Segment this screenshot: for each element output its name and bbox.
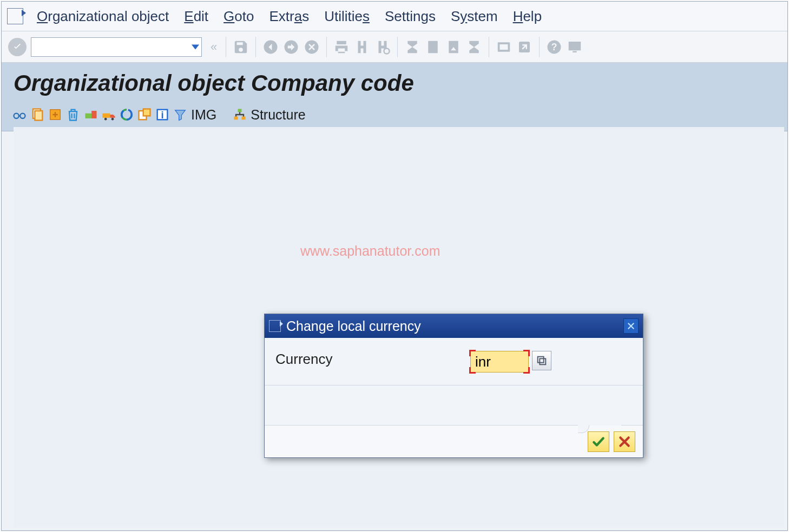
delete-icon[interactable] bbox=[65, 107, 81, 123]
content-area: www.saphanatutor.com Change local curren… bbox=[14, 127, 784, 527]
dialog-title-text: Change local currency bbox=[286, 318, 421, 334]
svg-rect-28 bbox=[242, 117, 246, 120]
svg-rect-16 bbox=[86, 114, 92, 118]
dialog-ok-button[interactable] bbox=[588, 431, 609, 452]
next-page-icon[interactable] bbox=[444, 37, 463, 57]
sap-window: Organizational object Edit Goto Extras U… bbox=[1, 1, 788, 531]
svg-rect-17 bbox=[91, 111, 96, 118]
print-icon[interactable] bbox=[332, 37, 351, 57]
img-button-label[interactable]: IMG bbox=[191, 107, 216, 123]
menu-help-label: elp bbox=[523, 8, 542, 24]
svg-rect-9 bbox=[569, 42, 581, 50]
command-field[interactable] bbox=[31, 37, 202, 57]
menu-goto[interactable]: Goto bbox=[223, 8, 254, 25]
currency-input-wrap bbox=[470, 351, 529, 373]
filter-icon[interactable] bbox=[172, 107, 188, 123]
svg-rect-29 bbox=[538, 357, 544, 363]
menu-goto-label: oto bbox=[234, 8, 254, 24]
svg-point-11 bbox=[14, 114, 19, 118]
help-icon[interactable]: ? bbox=[544, 37, 564, 57]
menu-extras[interactable]: Extras bbox=[269, 8, 309, 25]
enter-button[interactable] bbox=[8, 38, 27, 56]
svg-point-3 bbox=[384, 48, 390, 54]
structure-button-label[interactable]: Structure bbox=[251, 107, 305, 123]
glasses-icon[interactable] bbox=[11, 107, 28, 123]
page-title: Organizational object Company code bbox=[2, 63, 787, 106]
menu-edit-label: dit bbox=[194, 8, 208, 24]
copy-icon[interactable] bbox=[29, 107, 45, 123]
menu-org-object[interactable]: Organizational object bbox=[37, 8, 169, 25]
svg-rect-5 bbox=[500, 44, 508, 50]
title-area: Organizational object Company code i IMG… bbox=[2, 63, 787, 131]
exit-icon[interactable] bbox=[281, 37, 301, 57]
svg-rect-27 bbox=[234, 117, 238, 120]
truck-icon[interactable] bbox=[101, 107, 117, 123]
activate-icon[interactable] bbox=[136, 107, 153, 123]
layout-icon[interactable] bbox=[565, 37, 584, 57]
dropdown-icon[interactable] bbox=[192, 44, 199, 49]
menu-utilities[interactable]: Utilities bbox=[324, 8, 370, 25]
dialog-cancel-button[interactable] bbox=[614, 431, 635, 452]
find-next-icon[interactable] bbox=[373, 37, 392, 57]
refresh-icon[interactable] bbox=[119, 107, 135, 123]
last-page-icon[interactable] bbox=[464, 37, 484, 57]
svg-point-20 bbox=[111, 118, 114, 121]
shortcut-icon[interactable] bbox=[515, 37, 534, 57]
svg-rect-14 bbox=[35, 111, 42, 121]
svg-rect-18 bbox=[102, 114, 110, 118]
svg-rect-23 bbox=[143, 109, 150, 116]
svg-point-19 bbox=[104, 118, 107, 121]
svg-rect-26 bbox=[238, 109, 242, 112]
currency-label: Currency bbox=[275, 351, 470, 368]
f4-help-button[interactable] bbox=[532, 351, 551, 370]
menu-help[interactable]: Help bbox=[513, 8, 542, 25]
cancel-icon[interactable] bbox=[302, 37, 321, 57]
change-currency-dialog: Change local currency Currency bbox=[264, 314, 643, 458]
prev-page-icon[interactable] bbox=[423, 37, 443, 57]
svg-text:?: ? bbox=[551, 42, 557, 52]
dialog-close-button[interactable] bbox=[623, 318, 639, 334]
watermark-text: www.saphanatutor.com bbox=[300, 243, 440, 259]
svg-point-12 bbox=[20, 114, 25, 118]
first-page-icon[interactable] bbox=[403, 37, 422, 57]
new-session-icon[interactable] bbox=[494, 37, 514, 57]
collapse-icon[interactable]: « bbox=[211, 40, 217, 54]
menu-edit[interactable]: Edit bbox=[184, 8, 208, 25]
back-icon[interactable] bbox=[261, 37, 280, 57]
menu-system[interactable]: System bbox=[451, 8, 498, 25]
svg-text:i: i bbox=[161, 109, 163, 121]
sap-menu-icon[interactable] bbox=[7, 8, 23, 24]
transport-icon[interactable] bbox=[83, 107, 99, 123]
find-icon[interactable] bbox=[352, 37, 372, 57]
svg-rect-10 bbox=[573, 51, 577, 52]
menu-settings[interactable]: Settings bbox=[385, 8, 436, 25]
structure-icon[interactable] bbox=[232, 107, 248, 123]
dialog-body: Currency bbox=[265, 338, 643, 385]
info-icon[interactable]: i bbox=[154, 107, 170, 123]
save-icon[interactable] bbox=[231, 37, 251, 57]
dialog-titlebar[interactable]: Change local currency bbox=[265, 314, 643, 338]
currency-input[interactable] bbox=[470, 351, 529, 373]
system-toolbar: « ? bbox=[2, 31, 787, 63]
dialog-footer bbox=[265, 425, 643, 457]
paste-icon[interactable] bbox=[47, 107, 63, 123]
svg-rect-30 bbox=[540, 358, 545, 364]
dialog-menu-icon[interactable] bbox=[269, 320, 281, 332]
menu-org-object-label: rganizational object bbox=[48, 8, 169, 24]
menu-bar: Organizational object Edit Goto Extras U… bbox=[2, 2, 787, 31]
